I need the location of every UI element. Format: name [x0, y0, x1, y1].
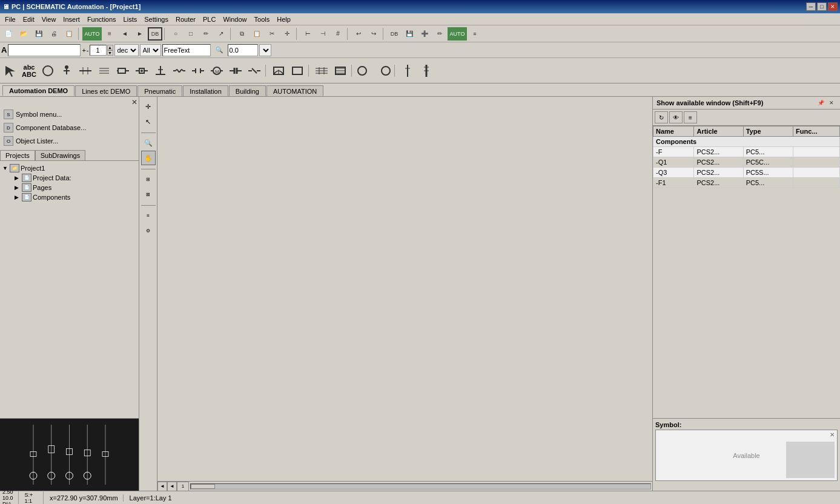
strip-prop-btn[interactable]: ⚙: [141, 223, 156, 238]
sym-motor-btn[interactable]: M: [208, 60, 226, 82]
panel-tab-projects[interactable]: Projects: [0, 150, 35, 160]
menu-item-tools[interactable]: Tools: [251, 15, 274, 24]
page-tab-installation[interactable]: Installation: [183, 85, 228, 96]
panel-menu-symbolmenu...[interactable]: SSymbol menu...: [0, 108, 139, 121]
menu-item-file[interactable]: File: [1, 15, 19, 24]
select-btn[interactable]: ↗: [214, 27, 228, 41]
rp-close-btn[interactable]: ✕: [827, 99, 836, 107]
next-btn[interactable]: ►: [133, 27, 147, 41]
strip-pan-btn[interactable]: ✋: [141, 151, 156, 165]
tree-child-projectdata:[interactable]: ▶ 📄 Project Data:: [15, 173, 136, 183]
menu-item-help[interactable]: Help: [273, 15, 294, 24]
font-input[interactable]: [8, 44, 81, 56]
num-select[interactable]: [259, 44, 271, 56]
comp-row-F[interactable]: -F PCS2... PC5...: [653, 147, 840, 157]
freetext-input[interactable]: [162, 44, 211, 56]
rp-pin-btn[interactable]: 📌: [816, 99, 825, 107]
wire-right-btn[interactable]: ⊣: [316, 27, 330, 41]
strip-snap-btn[interactable]: ⊠: [141, 187, 156, 201]
save2-btn[interactable]: 💾: [402, 27, 417, 41]
strip-select-btn[interactable]: ↖: [141, 114, 156, 129]
comp-row-Q1[interactable]: -Q1 PCS2... PC5C...: [653, 157, 840, 168]
menu-item-edit[interactable]: Edit: [19, 15, 38, 24]
lines-btn[interactable]: ≡: [102, 27, 117, 41]
copy-button[interactable]: 📋: [62, 27, 76, 41]
sym-terminal-btn[interactable]: [151, 60, 170, 82]
strip-zoom-in-btn[interactable]: 🔍: [141, 136, 156, 150]
canvas-inner[interactable]: M 3~: [157, 97, 652, 481]
panel-tab-subdrawings[interactable]: SubDrawings: [35, 150, 85, 160]
copy2-btn[interactable]: ⧉: [234, 27, 249, 41]
comp-row-F1[interactable]: -F1 PCS2... PC5...: [653, 178, 840, 188]
tree-root[interactable]: ▼ 📁 Project1: [2, 163, 136, 173]
menu-item-functions[interactable]: Functions: [84, 15, 120, 24]
col-func[interactable]: Func...: [793, 126, 840, 137]
cut-btn[interactable]: ✂: [265, 27, 279, 41]
sym-cursor-btn[interactable]: [1, 60, 19, 82]
h-scroll-thumb[interactable]: [191, 484, 215, 489]
sym-circle-btn[interactable]: [39, 60, 57, 82]
sym-wire1-btn[interactable]: [76, 60, 94, 82]
titlebar-controls[interactable]: ─ □ ✕: [806, 2, 838, 11]
sym-contact-btn[interactable]: [189, 60, 207, 82]
panel-menu-componentdatabase...[interactable]: DComponent Database...: [0, 121, 139, 134]
sym-relay-btn[interactable]: [133, 60, 151, 82]
tree-child-pages[interactable]: ▶ 📄 Pages: [15, 183, 136, 192]
child-expander[interactable]: ▶: [15, 185, 21, 191]
menu-item-view[interactable]: View: [38, 15, 60, 24]
font-size-input[interactable]: [90, 45, 107, 56]
wire-left-btn[interactable]: ⊢: [300, 27, 315, 41]
col-name[interactable]: Name: [653, 126, 694, 137]
sym-multi2-btn[interactable]: [331, 60, 349, 82]
db2-btn[interactable]: DB: [387, 27, 402, 41]
page-tab-building[interactable]: Building: [229, 85, 266, 96]
prev-btn[interactable]: ◄: [117, 27, 132, 41]
save-button[interactable]: 💾: [31, 27, 46, 41]
sym-circ2-btn[interactable]: [374, 60, 392, 82]
open-button[interactable]: 📂: [16, 27, 31, 41]
strip-grid-btn[interactable]: ⊞: [141, 172, 156, 186]
print-button[interactable]: 🖨: [47, 27, 61, 41]
edit-btn[interactable]: ✏: [432, 27, 447, 41]
sym-text-btn[interactable]: abcABC: [20, 60, 38, 82]
sym-person-btn[interactable]: [58, 60, 76, 82]
rect-btn[interactable]: □: [184, 27, 198, 41]
sym-box-btn[interactable]: [288, 60, 306, 82]
tree-expander[interactable]: ▼: [2, 165, 8, 171]
auto-btn[interactable]: AUTO: [82, 27, 102, 41]
strip-cross-btn[interactable]: ✛: [141, 99, 156, 114]
move-btn[interactable]: ✛: [280, 27, 294, 41]
sym-capacitor-btn[interactable]: [227, 60, 245, 82]
menu-item-window[interactable]: Window: [219, 15, 250, 24]
tree-child-components[interactable]: ▶ 📄 Components: [15, 192, 136, 202]
draw-btn[interactable]: ✏: [199, 27, 213, 41]
scroll-left-btn[interactable]: ◄: [157, 482, 167, 491]
panel-close-btn[interactable]: ✕: [131, 98, 137, 106]
page-tab-lines-etc-demo[interactable]: Lines etc DEMO: [75, 85, 137, 96]
h-scrollbar[interactable]: ◄ ◄ 1: [157, 481, 652, 491]
redo-btn[interactable]: ↪: [366, 27, 381, 41]
sym-breaker-btn[interactable]: [245, 60, 263, 82]
auto2-btn[interactable]: AUTO: [448, 27, 467, 41]
maximize-button[interactable]: □: [817, 2, 827, 11]
circle-btn[interactable]: ○: [168, 27, 183, 41]
close-button[interactable]: ✕: [828, 2, 838, 11]
panel-menu-objectlister...[interactable]: OObject Lister...: [0, 134, 139, 148]
comp-row-Q3[interactable]: -Q3 PCS2... PC5S...: [653, 168, 840, 178]
sym-coil-btn[interactable]: [170, 60, 188, 82]
freetext-search-btn[interactable]: 🔍: [212, 44, 227, 57]
sym-circ1-btn[interactable]: [356, 60, 374, 82]
rp-refresh-btn[interactable]: ↻: [655, 111, 668, 123]
minimize-button[interactable]: ─: [806, 2, 816, 11]
menu-item-insert[interactable]: Insert: [59, 15, 84, 24]
scroll-left2-btn[interactable]: ◄: [167, 482, 177, 491]
sym-measure-btn[interactable]: [270, 60, 288, 82]
sym-wire2-btn[interactable]: [95, 60, 113, 82]
menu-item-lists[interactable]: Lists: [120, 15, 141, 24]
h-scroll-track[interactable]: [190, 483, 651, 489]
col-article[interactable]: Article: [694, 126, 743, 137]
all-select[interactable]: All: [140, 44, 161, 56]
comp-btn[interactable]: DB: [148, 27, 162, 41]
sym-vert2-btn[interactable]: [417, 60, 435, 82]
num-btn[interactable]: #: [331, 27, 345, 41]
